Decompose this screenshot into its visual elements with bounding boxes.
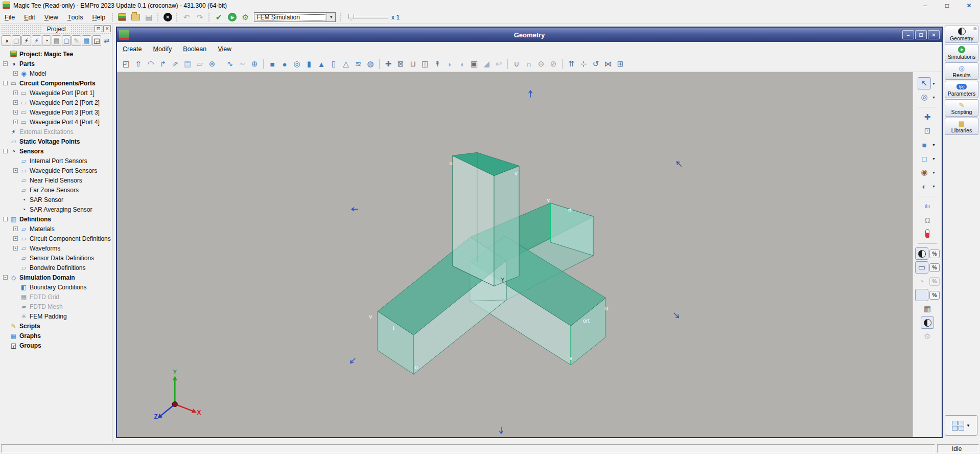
tree-item[interactable]: ▱Bondwire Definitions xyxy=(1,263,112,273)
box-icon[interactable]: ■ xyxy=(266,58,278,70)
tree-item[interactable]: ▦FDTD Grid xyxy=(1,292,112,302)
cover-sheet-icon[interactable]: ▱ xyxy=(194,58,206,70)
show-far-fields-button[interactable] xyxy=(915,289,928,301)
expand-icon[interactable]: + xyxy=(13,246,18,251)
window-arrange-button[interactable]: ▼ xyxy=(945,415,977,436)
zoom-tool[interactable]: ◎ xyxy=(918,91,931,103)
cylinder-icon[interactable]: ▮ xyxy=(303,58,315,70)
speed-slider[interactable] xyxy=(348,14,388,21)
groups-button[interactable]: ◲ xyxy=(92,35,102,46)
tree-item[interactable]: ✳FEM Padding xyxy=(1,311,112,321)
static-voltage-button[interactable]: ⚡ xyxy=(32,35,41,46)
tree-item[interactable]: ▱Near Field Sensors xyxy=(1,175,112,185)
tab-parameters[interactable]: f(x)Parameters xyxy=(945,81,978,98)
new-project-button[interactable] xyxy=(116,12,128,23)
expand-icon[interactable]: + xyxy=(13,226,18,231)
open-project-button[interactable] xyxy=(129,12,142,23)
extrude-face-icon[interactable]: ↟ xyxy=(431,58,444,70)
show-sensors-button[interactable]: ◔ xyxy=(915,275,928,287)
taper-icon[interactable]: ◢ xyxy=(480,58,493,70)
subtract-icon[interactable]: ⊖ xyxy=(535,58,547,70)
transform-icon[interactable]: ⊹ xyxy=(577,58,590,70)
tree-item[interactable]: ▦Graphs xyxy=(1,331,112,340)
save-project-button[interactable]: ▤ xyxy=(143,12,155,23)
view-settings-button[interactable]: ⚙ xyxy=(921,330,934,343)
geom-restore-button[interactable]: ⊡ xyxy=(915,30,927,39)
show-parts-button-percent[interactable]: % xyxy=(929,249,940,258)
redo-button[interactable]: ↷ xyxy=(194,12,206,23)
excitations-button[interactable]: ⚡ xyxy=(21,35,31,46)
polyline-icon[interactable]: ∿ xyxy=(224,58,236,70)
expand-icon[interactable]: + xyxy=(13,168,18,173)
wrap-icon[interactable]: ⊛ xyxy=(206,58,218,70)
menu-view[interactable]: View xyxy=(40,11,63,23)
tree-item[interactable]: +▭Waveguide Port [Port 1] xyxy=(1,88,112,98)
geometry-titlebar[interactable]: Geometry –⊡✕ xyxy=(117,28,942,42)
tree-item[interactable]: ▱Static Voltage Points xyxy=(1,137,112,146)
chamfer-edge-icon[interactable]: ◖ xyxy=(456,58,468,70)
project-panel-header[interactable]: Project ⊡✕ xyxy=(1,25,112,34)
show-ports-button-percent[interactable]: % xyxy=(929,263,940,272)
sync-tree-button[interactable]: ⇄ xyxy=(102,35,111,46)
geom-minimize-button[interactable]: – xyxy=(902,30,914,39)
tree-item[interactable]: ▱Far Zone Sensors xyxy=(1,185,112,195)
union-icon[interactable]: ∪ xyxy=(510,58,523,70)
collapse-icon[interactable]: − xyxy=(3,61,8,66)
chevron-down-icon[interactable]: ▼ xyxy=(932,96,937,99)
panel-float-button[interactable]: ⊡ xyxy=(95,25,102,32)
visibility-button[interactable]: ◉ xyxy=(918,166,931,178)
chevron-down-icon[interactable]: ▼ xyxy=(932,171,937,174)
shaded-view-button[interactable]: ■ xyxy=(918,139,931,151)
impedance-view-button[interactable]: Ω xyxy=(921,214,934,226)
tree-item[interactable]: +▭Waveguide Port 2 [Port 2] xyxy=(1,98,112,107)
undo-button[interactable]: ↶ xyxy=(180,12,193,23)
panel-close-button[interactable]: ✕ xyxy=(103,25,111,32)
tree-item[interactable]: −◑Parts xyxy=(1,59,112,69)
tree-item[interactable]: +▭Waveguide Port 3 [Port 3] xyxy=(1,107,112,117)
copy-body-icon[interactable]: ⊞ xyxy=(614,58,626,70)
tree-item[interactable]: ⚡External Excitations xyxy=(1,127,112,137)
show-sensors-button-percent[interactable]: % xyxy=(929,277,940,286)
menu-help[interactable]: Help xyxy=(87,11,110,23)
geometry-menu-view[interactable]: View xyxy=(212,46,237,53)
expand-icon[interactable]: + xyxy=(13,90,18,95)
definitions-button[interactable]: ▤ xyxy=(52,35,61,46)
chevron-down-icon[interactable]: ▼ xyxy=(932,82,937,85)
show-materials-button[interactable] xyxy=(921,316,934,329)
sweep-icon[interactable]: ↱ xyxy=(157,58,169,70)
tree-item[interactable]: ✎Scripts xyxy=(1,321,112,331)
run-simulation-button[interactable]: ▶ xyxy=(226,12,238,23)
simulation-type-combo[interactable]: FEM Simulation ▼ xyxy=(254,12,336,22)
expand-icon[interactable]: + xyxy=(13,120,18,124)
intersect-icon[interactable]: ∩ xyxy=(523,58,535,70)
geodesic-sphere-icon[interactable]: ⊕ xyxy=(248,58,261,70)
extrude-icon[interactable]: ⇧ xyxy=(132,58,145,70)
spline-icon[interactable]: ∼ xyxy=(236,58,248,70)
delete-body-icon[interactable]: ⊠ xyxy=(394,58,407,70)
circuit-components-button[interactable]: ▢ xyxy=(12,35,21,46)
tree-item[interactable]: +◉Model xyxy=(1,69,112,78)
tree-item[interactable]: −◇Simulation Domain xyxy=(1,273,112,282)
zoom-extents-tool[interactable]: ⊡ xyxy=(921,125,934,137)
shell-icon[interactable]: ⊔ xyxy=(407,58,419,70)
mirror-icon[interactable]: ⋈ xyxy=(602,58,614,70)
close-button[interactable]: ✕ xyxy=(958,0,980,11)
tree-item[interactable]: ▰FDTD Mesh xyxy=(1,302,112,311)
thermal-view-button[interactable] xyxy=(921,228,934,240)
cone-icon[interactable]: ▲ xyxy=(315,58,328,70)
chop-icon[interactable]: ⊘ xyxy=(547,58,559,70)
show-ports-button[interactable]: ▭ xyxy=(915,261,928,274)
chevron-down-icon[interactable]: ▼ xyxy=(932,143,937,147)
graphs-button[interactable]: ▦ xyxy=(82,35,91,46)
move-tool-icon[interactable]: ✚ xyxy=(382,58,394,70)
tree-item[interactable]: ▱Internal Port Sensors xyxy=(1,156,112,166)
scripts-button[interactable]: ✎ xyxy=(72,35,81,46)
loft-icon[interactable]: ⇗ xyxy=(169,58,181,70)
tab-scripting[interactable]: ✎Scripting xyxy=(945,99,978,117)
expand-icon[interactable]: + xyxy=(13,100,18,105)
menu-file[interactable]: File xyxy=(0,11,19,23)
torus-icon[interactable]: ◎ xyxy=(291,58,303,70)
prism-icon[interactable]: ▯ xyxy=(328,58,340,70)
tree-item[interactable]: ◲Groups xyxy=(1,340,112,350)
parts-button[interactable]: ◑ xyxy=(2,35,11,46)
